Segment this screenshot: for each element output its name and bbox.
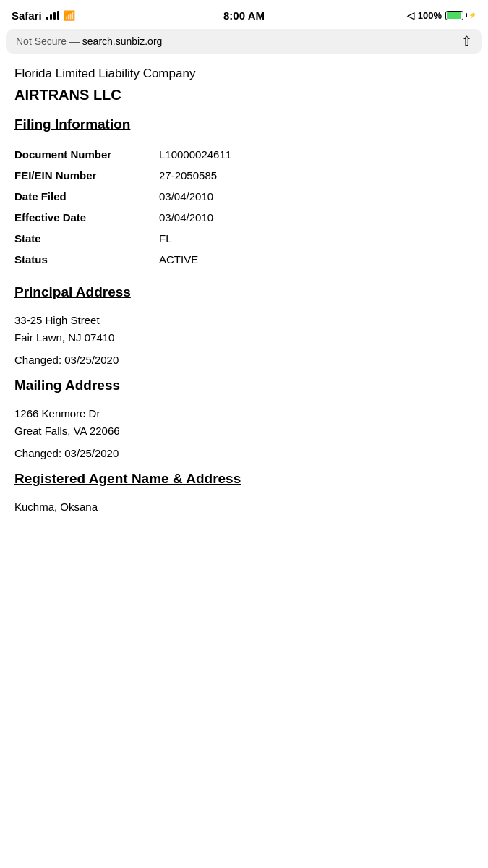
filing-information-header: Filing Information bbox=[14, 116, 474, 132]
status-value: ACTIVE bbox=[159, 253, 198, 265]
address-text: Not Secure — search.sunbiz.org bbox=[16, 35, 162, 47]
registered-agent-name: Kuchma, Oksana bbox=[14, 498, 474, 516]
principal-address-block: 33-25 High Street Fair Lawn, NJ 07410 bbox=[14, 312, 474, 346]
domain-label: search.sunbiz.org bbox=[82, 35, 163, 47]
battery-bolt-icon: ⚡ bbox=[468, 12, 476, 19]
effective-date-value: 03/04/2010 bbox=[159, 211, 213, 224]
mailing-address-line-1: 1266 Kenmore Dr bbox=[14, 405, 474, 422]
fei-label: FEI/EIN Number bbox=[14, 169, 159, 182]
address-bar[interactable]: Not Secure — search.sunbiz.org ⇧ bbox=[6, 29, 482, 54]
table-row: FEI/EIN Number 27-2050585 bbox=[14, 165, 474, 186]
date-filed-label: Date Filed bbox=[14, 190, 159, 203]
table-row: Date Filed 03/04/2010 bbox=[14, 186, 474, 207]
status-bar-right: ◁ 100% ⚡ bbox=[407, 10, 476, 21]
doc-number-label: Document Number bbox=[14, 148, 159, 161]
status-bar-time: 8:00 AM bbox=[223, 9, 265, 22]
registered-agent-block: Kuchma, Oksana bbox=[14, 498, 474, 516]
wifi-icon: 📶 bbox=[64, 10, 75, 21]
doc-number-value: L10000024611 bbox=[159, 148, 231, 161]
mailing-address-line-2: Great Falls, VA 22066 bbox=[14, 422, 474, 440]
nav-arrow-icon[interactable]: ⇧ bbox=[454, 33, 472, 49]
signal-bars-icon bbox=[46, 11, 59, 20]
table-row: Effective Date 03/04/2010 bbox=[14, 207, 474, 228]
company-type: Florida Limited Liability Company bbox=[14, 65, 474, 82]
principal-address-header: Principal Address bbox=[14, 284, 474, 300]
principal-address-line-2: Fair Lawn, NJ 07410 bbox=[14, 329, 474, 346]
battery-icon: ⚡ bbox=[445, 11, 476, 20]
company-name: AIRTRANS LLC bbox=[14, 87, 474, 103]
table-row: Status ACTIVE bbox=[14, 249, 474, 270]
mailing-address-changed: Changed: 03/25/2020 bbox=[14, 447, 474, 459]
date-filed-value: 03/04/2010 bbox=[159, 190, 213, 203]
location-icon: ◁ bbox=[407, 10, 414, 21]
status-bar: Safari 📶 8:00 AM ◁ 100% ⚡ bbox=[0, 0, 488, 29]
status-bar-left: Safari 📶 bbox=[12, 9, 75, 22]
not-secure-label: Not Secure bbox=[16, 35, 67, 47]
filing-info-table: Document Number L10000024611 FEI/EIN Num… bbox=[14, 144, 474, 270]
status-label: Status bbox=[14, 253, 159, 265]
page-content: Florida Limited Liability Company AIRTRA… bbox=[0, 56, 488, 543]
mailing-address-header: Mailing Address bbox=[14, 378, 474, 393]
table-row: Document Number L10000024611 bbox=[14, 144, 474, 165]
carrier-label: Safari bbox=[12, 9, 42, 22]
principal-address-line-1: 33-25 High Street bbox=[14, 312, 474, 329]
table-row: State FL bbox=[14, 228, 474, 249]
state-value: FL bbox=[159, 232, 172, 244]
effective-date-label: Effective Date bbox=[14, 211, 159, 224]
battery-percent-label: 100% bbox=[418, 10, 442, 21]
principal-address-changed: Changed: 03/25/2020 bbox=[14, 354, 474, 366]
fei-value: 27-2050585 bbox=[159, 169, 217, 182]
registered-agent-header: Registered Agent Name & Address bbox=[14, 471, 474, 487]
mailing-address-block: 1266 Kenmore Dr Great Falls, VA 22066 bbox=[14, 405, 474, 440]
state-label: State bbox=[14, 232, 159, 244]
